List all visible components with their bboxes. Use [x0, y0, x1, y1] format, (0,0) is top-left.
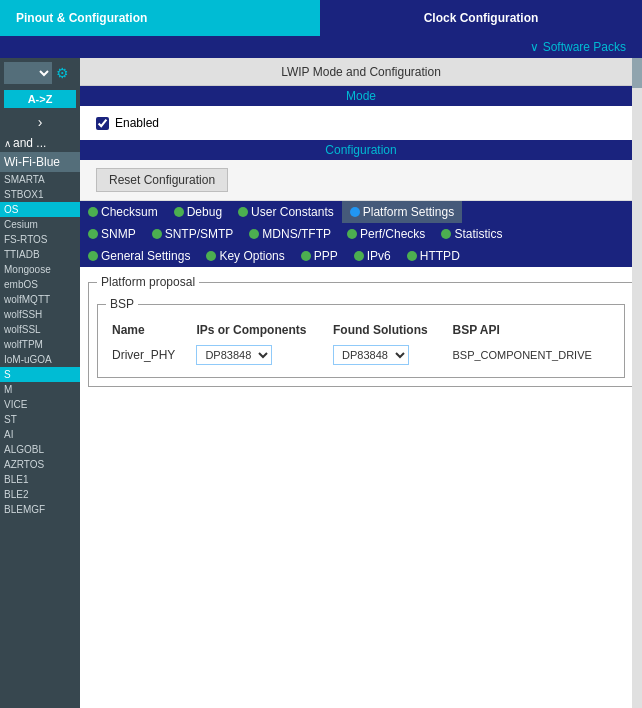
tab-sntp/smtp[interactable]: SNTP/SMTP	[144, 223, 242, 245]
tab-mdns/tftp[interactable]: MDNS/TFTP	[241, 223, 339, 245]
bsp-table-row-0: Driver_PHYDP83848DP83848BSP_COMPONENT_DR…	[106, 341, 616, 369]
sidebar-item-2[interactable]: OS	[0, 202, 80, 217]
tab-key-options[interactable]: Key Options	[198, 245, 292, 267]
tabs-row-2: SNMPSNTP/SMTPMDNS/TFTPPerf/ChecksStatist…	[80, 223, 642, 245]
solutions-dropdown[interactable]: DP83848	[333, 345, 409, 365]
pinout-label: Pinout & Configuration	[16, 11, 147, 25]
tab-label-2: User Constants	[251, 205, 334, 219]
tab-dot-icon-3	[350, 207, 360, 217]
tab-perf/checks[interactable]: Perf/Checks	[339, 223, 433, 245]
bsp-col-header-3: BSP API	[446, 319, 616, 341]
tab-httpd[interactable]: HTTPD	[399, 245, 468, 267]
expand-label: and ...	[13, 136, 46, 150]
config-section-header: Configuration	[80, 140, 642, 160]
tab-label-3: Perf/Checks	[360, 227, 425, 241]
sidebar-item-5[interactable]: TTIADB	[0, 247, 80, 262]
sidebar-item-18[interactable]: ALGOBL	[0, 442, 80, 457]
tab-snmp[interactable]: SNMP	[80, 223, 144, 245]
sidebar-items-container: SMARTASTBOX1OSCesiumFS-RTOSTTIADBMongoos…	[0, 172, 80, 517]
sidebar-dropdown[interactable]	[4, 62, 52, 84]
sidebar-arrow-button[interactable]: ›	[0, 110, 80, 134]
tab-dot-icon-1	[152, 229, 162, 239]
tab-label-2: PPP	[314, 249, 338, 263]
bsp-table-body: Driver_PHYDP83848DP83848BSP_COMPONENT_DR…	[106, 341, 616, 369]
ips-dropdown[interactable]: DP83848	[196, 345, 272, 365]
sidebar-item-12[interactable]: IoM-uGOA	[0, 352, 80, 367]
sidebar-item-6[interactable]: Mongoose	[0, 262, 80, 277]
tab-label-1: Key Options	[219, 249, 284, 263]
sidebar-item-21[interactable]: BLE2	[0, 487, 80, 502]
tab-dot-icon-4	[407, 251, 417, 261]
sidebar-item-20[interactable]: BLE1	[0, 472, 80, 487]
sidebar-item-17[interactable]: AI	[0, 427, 80, 442]
sidebar-item-4[interactable]: FS-RTOS	[0, 232, 80, 247]
bsp-legend: BSP	[106, 297, 138, 311]
tab-label-3: IPv6	[367, 249, 391, 263]
sidebar-item-15[interactable]: VICE	[0, 397, 80, 412]
enabled-text: Enabled	[115, 116, 159, 130]
clock-label: Clock Configuration	[424, 11, 539, 25]
tab-dot-icon-1	[206, 251, 216, 261]
sidebar-item-7[interactable]: embOS	[0, 277, 80, 292]
lwip-title: LWIP Mode and Configuration	[80, 58, 642, 86]
sidebar-item-11[interactable]: wolfTPM	[0, 337, 80, 352]
sidebar-item-14[interactable]: M	[0, 382, 80, 397]
tab-ppp[interactable]: PPP	[293, 245, 346, 267]
sidebar-expand[interactable]: ∧ and ...	[0, 134, 80, 152]
config-label: Configuration	[325, 143, 396, 157]
enabled-checkbox-label[interactable]: Enabled	[96, 116, 626, 130]
tab-label-3: Platform Settings	[363, 205, 454, 219]
tab-label-2: MDNS/TFTP	[262, 227, 331, 241]
gear-icon[interactable]: ⚙	[56, 65, 69, 81]
tab-dot-icon-2	[249, 229, 259, 239]
sidebar-item-8[interactable]: wolfMQTT	[0, 292, 80, 307]
sidebar-item-16[interactable]: ST	[0, 412, 80, 427]
tab-dot-icon-4	[441, 229, 451, 239]
lwip-title-text: LWIP Mode and Configuration	[281, 65, 441, 79]
tab-label-0: SNMP	[101, 227, 136, 241]
sidebar-item-19[interactable]: AZRTOS	[0, 457, 80, 472]
tab-general-settings[interactable]: General Settings	[80, 245, 198, 267]
tab-statistics[interactable]: Statistics	[433, 223, 510, 245]
mode-label: Mode	[346, 89, 376, 103]
solutions-cell: DP83848	[327, 341, 446, 369]
tab-dot-icon-0	[88, 229, 98, 239]
expand-arrow-icon: ∧	[4, 138, 11, 149]
tab-platform-settings[interactable]: Platform Settings	[342, 201, 462, 223]
tab-dot-icon-3	[354, 251, 364, 261]
tab-dot-icon-2	[301, 251, 311, 261]
sidebar-item-9[interactable]: wolfSSH	[0, 307, 80, 322]
sidebar-item-10[interactable]: wolfSSL	[0, 322, 80, 337]
bsp-table: NameIPs or ComponentsFound SolutionsBSP …	[106, 319, 616, 369]
pinout-tab[interactable]: Pinout & Configuration	[0, 0, 320, 36]
wifi-label: Wi-Fi-Blue	[4, 155, 60, 169]
sidebar-wifi: Wi-Fi-Blue	[0, 152, 80, 172]
enabled-checkbox[interactable]	[96, 117, 109, 130]
sidebar-item-13[interactable]: S	[0, 367, 80, 382]
tab-ipv6[interactable]: IPv6	[346, 245, 399, 267]
tabs-row-3: General SettingsKey OptionsPPPIPv6HTTPD	[80, 245, 642, 267]
tab-dot-icon-1	[174, 207, 184, 217]
sidebar-item-1[interactable]: STBOX1	[0, 187, 80, 202]
sidebar-top: ⚙	[0, 58, 80, 88]
tab-label-1: SNTP/SMTP	[165, 227, 234, 241]
sidebar-item-3[interactable]: Cesium	[0, 217, 80, 232]
bsp-table-header-row: NameIPs or ComponentsFound SolutionsBSP …	[106, 319, 616, 341]
reset-configuration-button[interactable]: Reset Configuration	[96, 168, 228, 192]
sidebar-az-button[interactable]: A->Z	[4, 90, 76, 108]
sidebar-item-0[interactable]: SMARTA	[0, 172, 80, 187]
ips-cell: DP83848	[190, 341, 327, 369]
tab-label-1: Debug	[187, 205, 222, 219]
tab-user-constants[interactable]: User Constants	[230, 201, 342, 223]
bsp-col-header-1: IPs or Components	[190, 319, 327, 341]
tab-label-4: HTTPD	[420, 249, 460, 263]
tab-checksum[interactable]: Checksum	[80, 201, 166, 223]
tab-label-0: General Settings	[101, 249, 190, 263]
clock-tab[interactable]: Clock Configuration	[320, 0, 642, 36]
software-packs-bar[interactable]: ∨ Software Packs	[0, 36, 642, 58]
scrollbar-thumb[interactable]	[632, 58, 642, 88]
scrollbar-track[interactable]	[632, 58, 642, 708]
tab-dot-icon-0	[88, 251, 98, 261]
sidebar-item-22[interactable]: BLEMGF	[0, 502, 80, 517]
tab-debug[interactable]: Debug	[166, 201, 230, 223]
